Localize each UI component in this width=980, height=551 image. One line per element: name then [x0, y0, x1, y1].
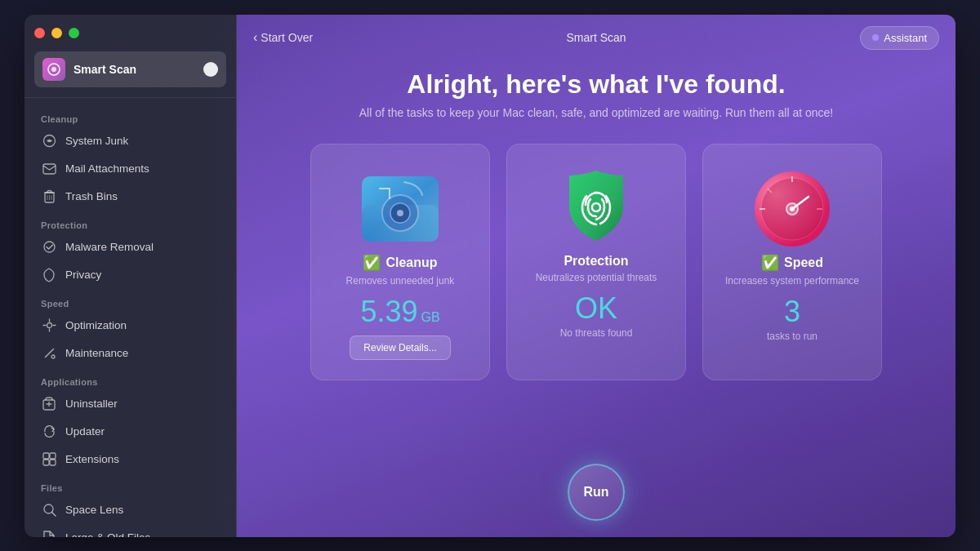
- assistant-dot-icon: [872, 34, 879, 41]
- space-lens-icon: [41, 502, 57, 518]
- run-button[interactable]: Run: [568, 464, 625, 521]
- speed-card-title: Speed: [784, 256, 823, 270]
- optimization-icon: [41, 318, 57, 334]
- malware-removal-label: Malware Removal: [65, 241, 154, 253]
- sidebar-item-trash-bins[interactable]: Trash Bins: [34, 183, 226, 211]
- extensions-label: Extensions: [65, 453, 119, 465]
- trash-bins-label: Trash Bins: [65, 190, 118, 202]
- svg-rect-3: [43, 164, 56, 174]
- back-label: Start Over: [261, 31, 313, 44]
- svg-rect-13: [43, 453, 49, 459]
- review-details-button[interactable]: Review Details...: [350, 335, 450, 360]
- section-label-speed: Speed: [34, 289, 226, 312]
- subheadline: All of the tasks to keep your Mac clean,…: [359, 106, 834, 119]
- svg-point-25: [397, 210, 403, 216]
- sidebar: Smart Scan Cleanup System Junk: [24, 15, 237, 537]
- protection-card-sub: No threats found: [560, 327, 633, 339]
- section-label-files: Files: [34, 473, 226, 496]
- sidebar-item-maintenance[interactable]: Maintenance: [34, 340, 226, 367]
- svg-rect-14: [50, 453, 56, 459]
- cleanup-card-title-row: ✅ Cleanup: [363, 254, 437, 272]
- protection-card-value: OK: [575, 291, 617, 326]
- sidebar-item-extensions[interactable]: Extensions: [34, 446, 226, 473]
- sidebar-item-large-old-files[interactable]: Large & Old Files: [34, 524, 226, 537]
- protection-card: Protection Neutralizes potential threats…: [506, 144, 686, 380]
- cleanup-card: ✅ Cleanup Removes unneeded junk 5.39 GB …: [310, 144, 490, 380]
- traffic-lights: [34, 28, 226, 38]
- updater-icon: [41, 424, 57, 440]
- smart-scan-icon: [42, 58, 65, 81]
- speed-card: ✅ Speed Increases system performance 3 t…: [702, 144, 882, 380]
- speed-card-sub: tasks to run: [767, 331, 817, 342]
- svg-point-34: [790, 207, 795, 211]
- svg-point-10: [47, 323, 51, 328]
- cards-row: ✅ Cleanup Removes unneeded junk 5.39 GB …: [270, 144, 923, 380]
- run-btn-container: Run: [237, 455, 956, 537]
- sidebar-item-space-lens[interactable]: Space Lens: [34, 496, 226, 524]
- sidebar-item-smart-scan[interactable]: Smart Scan: [34, 51, 226, 87]
- privacy-icon: [41, 267, 57, 283]
- traffic-light-close[interactable]: [34, 28, 45, 38]
- mail-attachments-label: Mail Attachments: [65, 162, 149, 175]
- cleanup-card-value: 5.39: [360, 295, 417, 329]
- large-old-files-label: Large & Old Files: [65, 531, 150, 537]
- main-body: Alright, here's what I've found. All of …: [237, 61, 956, 455]
- traffic-light-minimize[interactable]: [51, 28, 62, 38]
- protection-card-icon: [551, 164, 641, 254]
- svg-point-1: [51, 67, 56, 72]
- assistant-button[interactable]: Assistant: [860, 26, 939, 50]
- titlebar: ‹ Start Over Smart Scan Assistant: [237, 15, 956, 61]
- sidebar-item-mail-attachments[interactable]: Mail Attachments: [34, 155, 226, 183]
- protection-card-desc: Neutralizes potential threats: [536, 272, 657, 283]
- space-lens-label: Space Lens: [65, 504, 123, 516]
- svg-rect-15: [43, 460, 49, 465]
- extensions-icon: [41, 451, 57, 468]
- protection-card-title: Protection: [564, 254, 628, 269]
- sidebar-item-uninstaller[interactable]: Uninstaller: [34, 390, 226, 418]
- mail-attachments-icon: [41, 161, 57, 177]
- cleanup-check-icon: ✅: [363, 254, 381, 272]
- system-junk-label: System Junk: [65, 135, 128, 147]
- headline: Alright, here's what I've found.: [407, 69, 785, 100]
- cleanup-card-unit: GB: [421, 310, 439, 325]
- section-label-cleanup: Cleanup: [34, 104, 226, 127]
- svg-rect-16: [50, 460, 56, 465]
- speed-card-desc: Increases system performance: [725, 275, 859, 287]
- system-junk-icon: [41, 133, 57, 149]
- cleanup-card-desc: Removes unneeded junk: [346, 275, 455, 287]
- cleanup-card-title: Cleanup: [385, 256, 437, 270]
- smart-scan-label: Smart Scan: [74, 63, 195, 76]
- traffic-light-fullscreen[interactable]: [69, 28, 79, 38]
- section-label-applications: Applications: [34, 367, 226, 390]
- cleanup-value-row: 5.39 GB: [360, 295, 439, 331]
- svg-point-11: [51, 355, 55, 358]
- main-content: ‹ Start Over Smart Scan Assistant Alrigh…: [237, 15, 956, 537]
- maintenance-label: Maintenance: [65, 347, 128, 359]
- optimization-label: Optimization: [65, 319, 127, 331]
- sidebar-item-system-junk[interactable]: System Junk: [34, 127, 226, 155]
- assistant-label: Assistant: [884, 32, 927, 44]
- sidebar-top: Smart Scan: [24, 15, 236, 98]
- section-label-protection: Protection: [34, 211, 226, 233]
- back-button[interactable]: ‹ Start Over: [253, 30, 313, 45]
- svg-point-5: [44, 242, 55, 252]
- large-old-files-icon: [41, 530, 57, 537]
- back-chevron-icon: ‹: [253, 30, 257, 45]
- sidebar-item-privacy[interactable]: Privacy: [34, 261, 226, 289]
- sidebar-content: Cleanup System Junk Mail Attach: [24, 98, 236, 537]
- svg-line-18: [51, 513, 56, 517]
- privacy-label: Privacy: [65, 269, 101, 281]
- updater-label: Updater: [65, 425, 105, 438]
- malware-removal-icon: [41, 239, 57, 256]
- uninstaller-label: Uninstaller: [65, 398, 118, 410]
- uninstaller-icon: [41, 396, 57, 412]
- sidebar-item-malware-removal[interactable]: Malware Removal: [34, 233, 226, 261]
- sidebar-item-optimization[interactable]: Optimization: [34, 312, 226, 340]
- trash-bins-icon: [41, 189, 57, 205]
- app-window: Smart Scan Cleanup System Junk: [24, 15, 956, 537]
- maintenance-icon: [41, 345, 57, 362]
- protection-card-title-row: Protection: [564, 254, 628, 269]
- speed-card-value: 3: [784, 295, 800, 329]
- sidebar-item-updater[interactable]: Updater: [34, 418, 226, 446]
- smart-scan-toggle[interactable]: [203, 62, 218, 77]
